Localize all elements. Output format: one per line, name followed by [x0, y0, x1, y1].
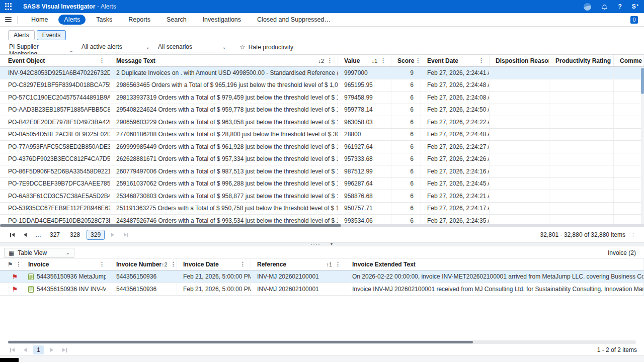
last-page-button[interactable]	[60, 345, 70, 355]
user-avatar[interactable]: S●	[632, 3, 638, 10]
help-icon[interactable]: ?	[618, 3, 621, 10]
cell-score: 6	[391, 178, 421, 190]
invoice-row[interactable]: ⚑544356150936 MetaJump LL…544356150936Fe…	[0, 270, 644, 283]
vertical-scrollbar[interactable]	[641, 67, 644, 224]
column-header-invoice[interactable]: Invoice ⋮	[22, 258, 110, 270]
previous-page-button[interactable]	[20, 345, 30, 355]
splitter-grip-icon[interactable]: ····	[311, 243, 321, 246]
cell-score: 6	[391, 129, 421, 141]
pagination-menu-icon[interactable]: ⋮	[629, 232, 637, 238]
event-row[interactable]: PO-B42E0E20DE7978F1D4973BA42D29065960322…	[0, 116, 644, 129]
column-menu-icon[interactable]: ⋮	[326, 57, 334, 64]
view-selector-dropdown[interactable]: ▦ Table View ⌄	[4, 248, 74, 258]
column-menu-icon[interactable]: ⋮	[98, 261, 106, 267]
column-header-invoice-extended-text[interactable]: Invoice Extended Text	[346, 258, 644, 270]
column-header-message-text[interactable]: Message Text ↓2⋮	[110, 55, 338, 66]
invoice-link-text[interactable]: 544356150936 MetaJump LL…	[37, 273, 106, 280]
vertical-scrollbar-thumb[interactable]	[641, 68, 644, 94]
horizontal-scrollbar-thumb[interactable]	[8, 341, 473, 343]
column-menu-icon[interactable]: ⋮	[334, 261, 342, 267]
cell-date: Feb 27, 2026, 2:24:16 AM	[421, 165, 490, 177]
rate-productivity-button[interactable]: ☆ Rate productivity	[236, 43, 296, 51]
invoice-link-text[interactable]: 544356150936 INV INV-MJ 2…	[37, 286, 106, 293]
items-summary-label: 32,801 - 32,880 of 32,880 items	[540, 231, 625, 238]
column-header-productivity-rating[interactable]: Productivity Rating ⋮	[549, 55, 614, 66]
cell-empty	[549, 116, 614, 128]
cell-empty	[614, 178, 644, 190]
notifications-bell-icon[interactable]	[601, 4, 608, 10]
column-header-event-date[interactable]: Event Date ⋮	[421, 55, 490, 66]
cell-value: 957333.68	[338, 153, 391, 165]
previous-page-button[interactable]	[20, 230, 30, 240]
column-menu-icon[interactable]: ⋮	[170, 261, 177, 267]
horizontal-scrollbar[interactable]	[0, 224, 644, 227]
cell-date: Feb 27, 2026, 2:24:21 AM	[421, 190, 490, 202]
event-row[interactable]: PO-7E9DCCBEF39B7DFC3AAEE785FB25916103706…	[0, 178, 644, 191]
event-row[interactable]: PO-AAD3B23EB1857F1885AFBB5C8229540822462…	[0, 104, 644, 117]
event-row[interactable]: PO-4376DF9023B3ECC812F4CA7D5326262888167…	[0, 153, 644, 166]
column-menu-icon[interactable]: ⋮	[15, 261, 22, 267]
nav-item-tasks[interactable]: Tasks	[91, 15, 118, 25]
column-menu-icon[interactable]: ⋮	[477, 57, 485, 64]
cell-invoice[interactable]: 544356150936 MetaJump LL…	[22, 270, 110, 283]
page-button-328[interactable]: 328	[66, 230, 84, 239]
column-menu-icon[interactable]: ⋮	[98, 57, 106, 64]
scenario-filter-dropdown[interactable]: All scenarios ⌄	[157, 43, 227, 52]
page-button-1-current[interactable]: 1	[33, 345, 44, 354]
tab-events[interactable]: Events	[37, 30, 66, 40]
column-header-flag[interactable]: ⚑ ⋮	[0, 258, 22, 270]
invoice-row[interactable]: ⚑544356150936 INV INV-MJ 2…544356150936F…	[0, 283, 644, 296]
page-button-327[interactable]: 327	[46, 230, 63, 239]
column-menu-icon[interactable]: ⋮	[379, 57, 387, 64]
event-row[interactable]: PO-C8297E91BF5F8394D018BCA7552986563465 …	[0, 79, 644, 92]
event-row[interactable]: PO-6A83F61CD3C57C38AE5A5D2B4F25346873080…	[0, 190, 644, 203]
nav-item-alerts[interactable]: Alerts	[58, 15, 86, 25]
first-page-button[interactable]	[7, 230, 17, 240]
column-header-value[interactable]: Value ↓1⋮	[338, 55, 391, 66]
event-row[interactable]: PO-86F5D906F52D6BA335458D922126077949700…	[0, 165, 644, 178]
collapse-panel-icon[interactable]: ▼	[330, 243, 334, 246]
column-header-comments[interactable]: Comme	[614, 55, 644, 66]
nav-item-home[interactable]: Home	[26, 15, 53, 25]
column-header-invoice-number[interactable]: Invoice Number ↑2⋮	[110, 258, 177, 270]
nav-item-search[interactable]: Search	[161, 15, 192, 25]
cell-invoice[interactable]: 544356150936 INV INV-MJ 2…	[22, 283, 110, 295]
panel-splitter[interactable]: ···· ▼	[0, 242, 644, 246]
red-flag-icon[interactable]: ⚑	[12, 286, 18, 293]
event-row[interactable]: INV-942C8053D9251A6B470226732D2 Duplicat…	[0, 67, 644, 79]
next-page-button[interactable]	[108, 230, 118, 240]
flag-cell[interactable]: ⚑	[0, 270, 22, 283]
event-row[interactable]: PO-53935CC67FEB9E112F2B946E6225119136327…	[0, 203, 644, 215]
window-footer	[0, 355, 644, 362]
menu-icon[interactable]	[5, 17, 12, 22]
community-icon[interactable]	[584, 3, 591, 11]
horizontal-scrollbar-thumb[interactable]	[0, 224, 341, 227]
column-header-invoice-date[interactable]: Invoice Date ⋮	[177, 258, 251, 270]
nav-item-investigations[interactable]: Investigations	[197, 15, 247, 25]
first-page-button[interactable]	[7, 345, 17, 355]
red-flag-icon[interactable]: ⚑	[12, 273, 18, 281]
column-menu-icon[interactable]: ⋮	[414, 57, 421, 64]
next-page-button[interactable]	[47, 345, 57, 355]
page-button-329-current[interactable]: 329	[87, 230, 105, 240]
column-header-score[interactable]: Score ⋮	[391, 55, 421, 66]
app-switcher-icon[interactable]	[5, 3, 12, 10]
cell-value: 987512.99	[338, 165, 391, 177]
nav-item-reports[interactable]: Reports	[123, 15, 156, 25]
flag-cell[interactable]: ⚑	[0, 283, 22, 295]
cell-empty	[490, 153, 549, 165]
invoice-pagination: 1 1 - 2 of 2 items	[0, 345, 644, 355]
nav-item-closed-suppressed[interactable]: Closed and Suppressed…	[252, 15, 336, 25]
alert-filter-dropdown[interactable]: All active alerts ⌄	[80, 43, 151, 52]
event-row[interactable]: PO-0A5054D5BE2ACBE0F9D25F02DB27706018620…	[0, 129, 644, 141]
last-page-button[interactable]	[121, 230, 131, 240]
event-row[interactable]: PO-57C1C190EC2045757444891B9A29813393731…	[0, 92, 644, 104]
column-header-event-object[interactable]: Event Object ⋮	[0, 55, 110, 66]
column-menu-icon[interactable]: ⋮	[239, 261, 247, 267]
horizontal-scrollbar[interactable]	[8, 340, 636, 344]
tab-alerts[interactable]: Alerts	[8, 30, 35, 40]
column-header-reference[interactable]: Reference ↑1⋮	[251, 258, 346, 270]
event-row[interactable]: PO-77A953FAFC5C58ED2B850ADE3526999998544…	[0, 141, 644, 153]
document-icon	[28, 274, 34, 280]
column-header-disposition-reason[interactable]: Disposition Reason ⋮	[490, 55, 549, 66]
